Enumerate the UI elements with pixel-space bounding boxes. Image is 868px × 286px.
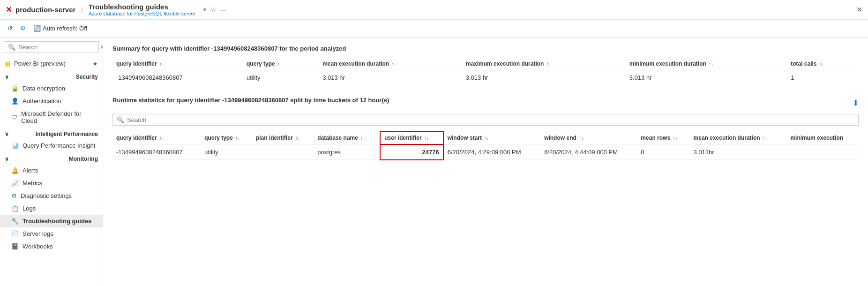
qpi-icon: 📊 <box>11 142 19 149</box>
metrics-label: Metrics <box>22 180 42 187</box>
rt-sort-mean-rows: ↑↓ <box>673 135 677 141</box>
table-row: -1349949608248360807 utility 3.013 hr 3.… <box>112 70 859 85</box>
authentication-icon: 👤 <box>11 98 19 105</box>
summary-mean-execution: 3.013 hr <box>319 70 462 85</box>
data-encryption-icon: 🔒 <box>11 85 19 92</box>
rt-sort-user-identifier: ↑↓ <box>424 135 429 141</box>
refresh-icon: ↺ <box>7 25 13 32</box>
sidebar-search-area: 🔍 ✕ ‹ <box>0 38 103 57</box>
rt-col-database-name[interactable]: database name ↑↓ <box>314 132 380 144</box>
rt-sort-plan-identifier: ↑↓ <box>295 135 300 141</box>
rt-mean-execution: 3.013hr <box>690 144 787 160</box>
runtime-search-input[interactable] <box>127 116 854 123</box>
runtime-table: query identifier ↑↓ query type ↑↓ plan i… <box>112 131 859 160</box>
rt-plan-identifier <box>252 144 314 160</box>
rt-query-type: utility <box>201 144 252 160</box>
col-max-execution[interactable]: maximum execution duration ↑↓ <box>462 58 626 70</box>
rt-mean-rows: 0 <box>637 144 689 160</box>
subtitle: Azure Database for PostgreSQL flexible s… <box>89 11 195 16</box>
summary-total-calls: 1 <box>787 70 859 85</box>
server-logs-label: Server logs <box>22 230 53 237</box>
more-icon[interactable]: ··· <box>220 6 226 14</box>
alerts-icon: 🔔 <box>11 167 19 174</box>
logs-icon: 📋 <box>11 205 19 212</box>
download-icon[interactable]: ⬇ <box>853 98 859 107</box>
workbooks-label: Workbooks <box>22 243 53 250</box>
col-min-execution[interactable]: minimum execution duration ↑↓ <box>626 58 787 70</box>
rt-sort-query-type: ↑↓ <box>235 135 240 141</box>
rt-sort-query-identifier: ↑↓ <box>159 135 164 141</box>
search-input[interactable] <box>18 44 97 51</box>
close-button[interactable]: ✕ <box>856 5 862 14</box>
sort-icon-mean-execution: ↑↓ <box>392 61 397 67</box>
rt-sort-database-name: ↑↓ <box>360 135 365 141</box>
auto-refresh-icon: 🔄 <box>33 25 41 32</box>
main-content: Summary for query with identifier -13499… <box>103 38 868 286</box>
sidebar-item-authentication[interactable]: 👤 Authentication <box>0 95 103 107</box>
runtime-search-box[interactable]: 🔍 <box>112 114 859 126</box>
summary-query-identifier: -1349949608248360807 <box>112 70 243 85</box>
rt-window-end: 6/20/2024, 4:44:09:000 PM <box>540 144 637 160</box>
defender-label: Microsoft Defender for Cloud <box>21 110 98 124</box>
auto-refresh-label: Auto refresh: Off <box>43 25 87 32</box>
authentication-label: Authentication <box>22 98 61 105</box>
sidebar-item-server-logs[interactable]: 📄 Server logs <box>0 227 103 240</box>
server-name: production-server <box>15 6 75 14</box>
power-bi-star-icon[interactable]: ★ <box>92 60 98 67</box>
col-mean-execution[interactable]: mean execution duration ↑↓ <box>319 58 462 70</box>
rt-col-min-execution[interactable]: minimum execution <box>786 132 859 144</box>
metrics-icon: 📈 <box>11 180 19 187</box>
col-query-identifier[interactable]: query identifier ↑↓ <box>112 58 243 70</box>
search-box[interactable]: 🔍 ✕ ‹ <box>4 41 99 53</box>
sidebar-item-qpi[interactable]: 📊 Query Performance Insight <box>0 139 103 152</box>
diagnostic-button[interactable]: ⚙ <box>20 25 26 32</box>
intelligent-performance-chevron-icon: ∨ <box>5 131 9 137</box>
server-logs-icon: 📄 <box>11 230 19 237</box>
col-query-type[interactable]: query type ↑↓ <box>243 58 319 70</box>
sidebar-item-logs[interactable]: 📋 Logs <box>0 202 103 215</box>
main-layout: 🔍 ✕ ‹ ▦ Power BI (preview) ★ ∨ Security … <box>0 38 868 286</box>
rt-query-identifier: -1349949608248360807 <box>112 144 201 160</box>
star-icon[interactable]: ☆ <box>210 6 217 14</box>
pin-icon[interactable]: ⌖ <box>203 6 207 14</box>
diagnostic-icon: ⚙ <box>20 25 26 32</box>
runtime-search-icon: 🔍 <box>117 116 124 123</box>
intelligent-performance-section-header[interactable]: ∨ Intelligent Performance <box>0 127 103 139</box>
runtime-title: Runtime statistics for query identifier … <box>112 97 389 104</box>
sidebar-item-defender[interactable]: 🛡 Microsoft Defender for Cloud <box>0 107 103 127</box>
rt-col-mean-rows[interactable]: mean rows ↑↓ <box>637 132 689 144</box>
rt-col-query-identifier[interactable]: query identifier ↑↓ <box>112 132 201 144</box>
sidebar-item-power-bi[interactable]: ▦ Power BI (preview) ★ <box>0 57 103 70</box>
rt-sort-window-end: ↑↓ <box>579 135 584 141</box>
sort-icon-total-calls: ↑↓ <box>819 61 824 67</box>
data-encryption-label: Data encryption <box>22 85 65 92</box>
security-section-header[interactable]: ∨ Security <box>0 70 103 82</box>
summary-query-type: utility <box>243 70 319 85</box>
rt-window-start: 6/20/2024, 4:29:09:000 PM <box>443 144 540 160</box>
rt-col-window-start[interactable]: window start ↑↓ <box>443 132 540 144</box>
rt-col-mean-execution[interactable]: mean execution duration ↑↓ <box>690 132 787 144</box>
rt-sort-window-start: ↑↓ <box>484 135 489 141</box>
col-total-calls[interactable]: total calls ↑↓ <box>787 58 859 70</box>
rt-col-window-end[interactable]: window end ↑↓ <box>540 132 637 144</box>
close-search-icon[interactable]: ✕ <box>100 44 103 51</box>
sidebar-item-workbooks[interactable]: 📓 Workbooks <box>0 240 103 253</box>
rt-col-user-identifier[interactable]: user identifier ↑↓ <box>380 132 443 144</box>
sort-icon-max-execution: ↑↓ <box>546 61 551 67</box>
summary-min-execution: 3.013 hr <box>626 70 787 85</box>
sidebar-item-data-encryption[interactable]: 🔒 Data encryption <box>0 82 103 95</box>
rt-col-plan-identifier[interactable]: plan identifier ↑↓ <box>252 132 314 144</box>
sidebar-item-metrics[interactable]: 📈 Metrics <box>0 177 103 189</box>
monitoring-section-header[interactable]: ∨ Monitoring <box>0 152 103 164</box>
sidebar: 🔍 ✕ ‹ ▦ Power BI (preview) ★ ∨ Security … <box>0 38 103 286</box>
sidebar-item-alerts[interactable]: 🔔 Alerts <box>0 164 103 177</box>
rt-col-query-type[interactable]: query type ↑↓ <box>201 132 252 144</box>
rt-database-name: postgres <box>314 144 380 160</box>
workbooks-icon: 📓 <box>11 243 19 250</box>
sidebar-item-diagnostic-settings[interactable]: ⚙ Diagnostic settings <box>0 189 103 202</box>
power-bi-label: Power BI (preview) <box>14 60 66 67</box>
troubleshooting-icon: 🔧 <box>11 218 19 225</box>
sidebar-item-troubleshooting-guides[interactable]: 🔧 Troubleshooting guides <box>0 215 103 227</box>
app-logo: ✕ <box>6 5 12 14</box>
refresh-button[interactable]: ↺ <box>7 25 13 32</box>
